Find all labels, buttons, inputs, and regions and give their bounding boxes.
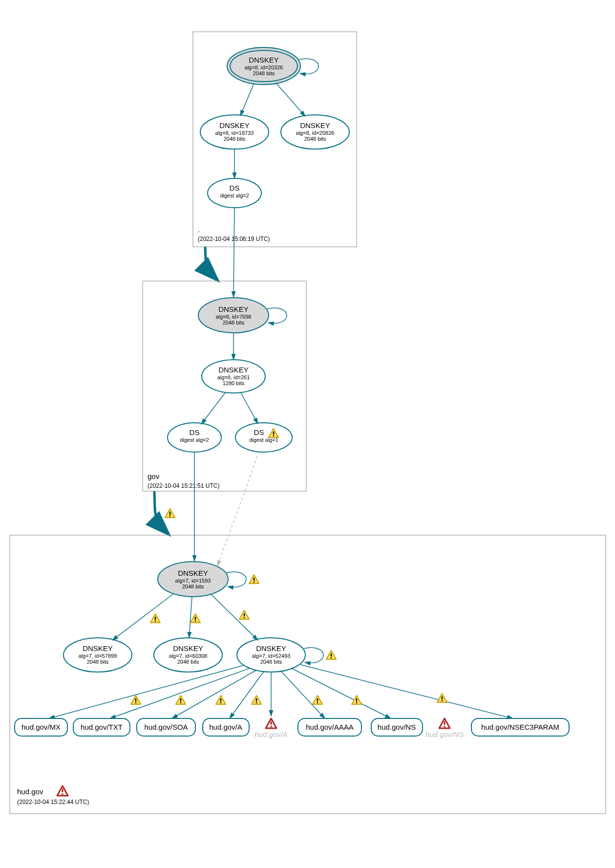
svg-text:2048 bits: 2048 bits xyxy=(224,136,246,142)
svg-text:alg=8, id=261: alg=8, id=261 xyxy=(217,374,250,380)
warn-icon xyxy=(252,695,261,704)
rrset-a-gray: hud.gov/A xyxy=(254,718,288,738)
edge-hudksk-z3 xyxy=(211,594,258,640)
zone-name-gov: gov xyxy=(148,472,160,480)
svg-text:2048 bits: 2048 bits xyxy=(253,70,275,76)
zone-ts-gov: (2022-10-04 15:21:51 UTC) xyxy=(148,482,219,489)
node-gov-zsk: DNSKEY alg=8, id=261 1280 bits xyxy=(202,360,265,393)
svg-text:DNSKEY: DNSKEY xyxy=(256,644,286,652)
warn-icon xyxy=(216,695,226,704)
svg-text:DNSKEY: DNSKEY xyxy=(249,56,279,64)
svg-text:DNSKEY: DNSKEY xyxy=(300,121,330,130)
svg-text:digest alg=2: digest alg=2 xyxy=(180,437,209,443)
svg-text:2048 bits: 2048 bits xyxy=(177,659,199,665)
rrset-ns: hud.gov/NS xyxy=(371,718,423,736)
edge-govds1-hudksk xyxy=(217,452,259,566)
zone-name-root: . xyxy=(198,225,200,234)
warn-icon xyxy=(165,509,175,518)
rrset-txt: hud.gov/TXT xyxy=(73,718,130,736)
svg-text:2048 bits: 2048 bits xyxy=(304,136,326,142)
warn-icon xyxy=(191,614,200,623)
edge-rootds-govksk xyxy=(233,208,234,297)
edge-hudksk-z1 xyxy=(112,594,173,640)
edge-deleg-gov-hud xyxy=(154,491,166,532)
svg-text:DS: DS xyxy=(190,428,200,436)
node-hud-ksk: DNSKEY alg=7, id=1593 2048 bits xyxy=(158,562,228,597)
edge-govzsk-ds2 xyxy=(201,392,226,424)
rrset-ns-gray: hud.gov/NS xyxy=(425,718,464,738)
svg-text:digest alg=2: digest alg=2 xyxy=(220,193,249,198)
warn-icon xyxy=(150,614,160,623)
svg-text:hud.gov/SOA: hud.gov/SOA xyxy=(144,723,188,731)
node-hud-z3: DNSKEY alg=7, id=52493 2048 bits xyxy=(237,638,305,672)
svg-text:alg=7, id=57899: alg=7, id=57899 xyxy=(79,653,117,659)
svg-text:DS: DS xyxy=(230,184,240,192)
edge-hudz3-self xyxy=(304,648,323,663)
dnssec-graph: . (2022-10-04 15:06:19 UTC) DNSKEY alg=8… xyxy=(0,0,615,868)
edge-z3-nsec3 xyxy=(300,665,513,718)
node-gov-ds1: DS digest alg=1 xyxy=(235,423,292,452)
edge-gov-ksk-self xyxy=(267,308,287,323)
edge-z3-a xyxy=(230,672,264,718)
svg-text:2048 bits: 2048 bits xyxy=(260,659,282,665)
error-icon xyxy=(57,786,68,796)
warn-icon xyxy=(313,695,322,704)
svg-text:DNSKEY: DNSKEY xyxy=(173,644,203,652)
svg-text:alg=7, id=52493: alg=7, id=52493 xyxy=(252,653,291,659)
warn-icon xyxy=(437,694,447,702)
edge-rootksk-zsk1 xyxy=(240,83,254,116)
edge-rootksk-zsk2 xyxy=(276,83,305,116)
node-gov-ds2: DS digest alg=2 xyxy=(168,423,221,452)
svg-text:2048 bits: 2048 bits xyxy=(87,659,109,665)
warn-icon xyxy=(239,610,249,619)
svg-text:alg=8, id=18733: alg=8, id=18733 xyxy=(215,130,254,136)
svg-text:alg=7, id=60308: alg=7, id=60308 xyxy=(169,653,208,659)
svg-text:hud.gov/NSEC3PARAM: hud.gov/NSEC3PARAM xyxy=(481,723,559,731)
warn-icon xyxy=(352,695,361,704)
edge-z3-mx xyxy=(49,665,244,718)
svg-text:alg=8, id=20826: alg=8, id=20826 xyxy=(296,130,335,136)
warn-icon xyxy=(249,575,259,584)
svg-text:alg=8, id=7698: alg=8, id=7698 xyxy=(216,314,252,320)
svg-text:DNSKEY: DNSKEY xyxy=(83,644,113,652)
svg-text:DS: DS xyxy=(254,428,264,436)
node-gov-ksk: DNSKEY alg=8, id=7698 2048 bits xyxy=(198,298,269,333)
edge-z3-soa xyxy=(172,670,256,718)
warn-icon xyxy=(326,651,336,659)
svg-text:DNSKEY: DNSKEY xyxy=(218,305,249,313)
node-root-zsk2: DNSKEY alg=8, id=20826 2048 bits xyxy=(281,115,349,149)
zone-name-hud: hud.gov xyxy=(17,787,43,796)
warn-icon xyxy=(131,695,141,704)
rrset-aaaa: hud.gov/AAAA xyxy=(298,718,361,736)
edge-hudksk-self xyxy=(227,572,246,587)
svg-text:DNSKEY: DNSKEY xyxy=(219,121,250,130)
svg-text:2048 bits: 2048 bits xyxy=(182,584,204,589)
node-hud-z1: DNSKEY alg=7, id=57899 2048 bits xyxy=(64,638,132,672)
rrset-nsec3param: hud.gov/NSEC3PARAM xyxy=(471,718,569,736)
svg-text:hud.gov/NS: hud.gov/NS xyxy=(425,730,464,738)
edge-deleg-root-gov xyxy=(205,247,215,278)
svg-text:hud.gov/NS: hud.gov/NS xyxy=(378,723,416,731)
edge-z3-txt xyxy=(110,668,250,718)
svg-text:alg=7, id=1593: alg=7, id=1593 xyxy=(175,578,211,584)
rrset-soa: hud.gov/SOA xyxy=(137,718,195,736)
rrset-a: hud.gov/A xyxy=(203,718,249,736)
svg-text:DNSKEY: DNSKEY xyxy=(178,569,208,577)
svg-text:hud.gov/A: hud.gov/A xyxy=(209,723,242,731)
node-root-ds: DS digest alg=2 xyxy=(208,178,261,208)
edge-root-ksk-self xyxy=(299,59,318,74)
svg-text:hud.gov/AAAA: hud.gov/AAAA xyxy=(306,723,354,731)
svg-text:hud.gov/MX: hud.gov/MX xyxy=(21,723,61,731)
node-root-ksk: DNSKEY alg=8, id=20326 2048 bits xyxy=(227,47,300,85)
node-root-zsk1: DNSKEY alg=8, id=18733 2048 bits xyxy=(200,115,269,149)
svg-text:1280 bits: 1280 bits xyxy=(223,380,245,386)
svg-text:hud.gov/TXT: hud.gov/TXT xyxy=(81,723,123,731)
edge-z3-aaaa xyxy=(281,671,325,718)
node-hud-z2: DNSKEY alg=7, id=60308 2048 bits xyxy=(154,638,222,672)
edge-z3-ns xyxy=(292,669,391,718)
edge-govzsk-ds1 xyxy=(240,392,258,424)
warn-icon xyxy=(176,695,186,704)
zone-box-hud xyxy=(10,535,606,814)
svg-text:2048 bits: 2048 bits xyxy=(223,320,245,326)
svg-text:hud.gov/A: hud.gov/A xyxy=(254,730,288,738)
